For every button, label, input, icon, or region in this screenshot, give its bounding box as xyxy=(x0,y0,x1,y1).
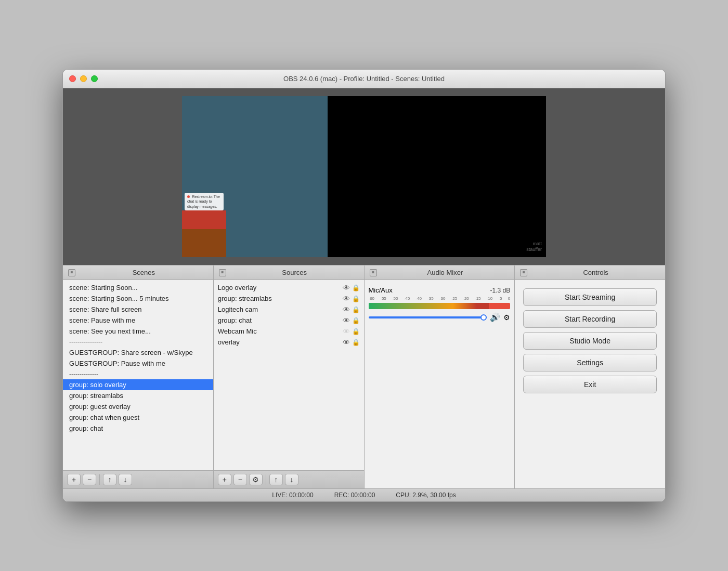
chat-dot-icon xyxy=(187,195,190,198)
panels-container: ≡ Scenes scene: Starting Soon...scene: S… xyxy=(63,265,665,488)
controls-panel-header: ≡ Controls xyxy=(515,265,665,280)
scenes-add-button[interactable]: + xyxy=(67,474,81,485)
source-visibility-icon[interactable]: 👁 xyxy=(343,295,350,302)
preview-area: Restream.io: The chat is ready to displa… xyxy=(63,88,665,265)
scenes-panel-title: Scenes xyxy=(80,269,208,276)
scenes-remove-button[interactable]: − xyxy=(83,474,96,485)
watermark: matt stauffer xyxy=(526,241,542,253)
start-recording-button[interactable]: Start Recording xyxy=(523,310,657,328)
source-name-label: Webcam Mic xyxy=(218,327,343,335)
source-visibility-icon[interactable]: 👁 xyxy=(343,306,350,313)
source-visibility-icon[interactable]: 👁 xyxy=(343,328,350,335)
audio-mixer-content: Mic/Aux -1.3 dB -60 -55 -50 -45 -40 -35 … xyxy=(365,280,515,488)
scenes-list-item[interactable]: scene: See you next time... xyxy=(63,326,213,337)
sources-up-button[interactable]: ↑ xyxy=(269,474,283,485)
close-button[interactable] xyxy=(69,75,76,82)
sources-panel: ≡ Sources Logo overlay👁🔒group: streamlab… xyxy=(214,265,365,488)
source-lock-icon[interactable]: 🔒 xyxy=(352,307,360,313)
maximize-button[interactable] xyxy=(91,75,98,82)
watermark-line2: stauffer xyxy=(526,247,542,253)
obs-window: OBS 24.0.6 (mac) - Profile: Untitled - S… xyxy=(62,69,666,502)
source-name-label: group: streamlabs xyxy=(218,295,343,302)
cpu-status: CPU: 2.9%, 30.00 fps xyxy=(396,492,456,499)
rec-status: REC: 00:00:00 xyxy=(334,492,375,499)
traffic-lights xyxy=(69,75,98,82)
sources-add-button[interactable]: + xyxy=(218,474,231,485)
scenes-list-item[interactable]: scene: Starting Soon... xyxy=(63,282,213,293)
scenes-list-item[interactable]: GUESTGROUP: Pause with me xyxy=(63,358,213,369)
scenes-list-item[interactable]: group: chat when guest xyxy=(63,412,213,423)
title-bar: OBS 24.0.6 (mac) - Profile: Untitled - S… xyxy=(63,70,665,88)
scenes-list-item[interactable]: scene: Pause with me xyxy=(63,315,213,326)
meter-labels: -60 -55 -50 -45 -40 -35 -30 -25 -20 -15 … xyxy=(369,296,511,301)
scenes-list-item[interactable]: group: streamlabs xyxy=(63,390,213,401)
source-name-label: group: chat xyxy=(218,316,343,324)
scenes-list-item[interactable]: group: chat xyxy=(63,423,213,434)
source-lock-icon[interactable]: 🔒 xyxy=(352,339,360,346)
sources-list-item[interactable]: Webcam Mic👁🔒 xyxy=(214,326,364,337)
preview-screen: matt stauffer xyxy=(328,96,546,257)
scenes-list-item[interactable]: GUESTGROUP: Share screen - w/Skype xyxy=(63,347,213,358)
audio-meter-fill xyxy=(369,303,489,309)
sources-list[interactable]: Logo overlay👁🔒group: streamlabs👁🔒Logitec… xyxy=(214,280,364,470)
sources-list-item[interactable]: Logo overlay👁🔒 xyxy=(214,282,364,293)
status-bar: LIVE: 00:00:00 REC: 00:00:00 CPU: 2.9%, … xyxy=(63,488,665,501)
audio-channel-header: Mic/Aux -1.3 dB xyxy=(369,286,511,294)
scenes-down-button[interactable]: ↓ xyxy=(119,474,132,485)
scenes-toolbar: + − ↑ ↓ xyxy=(63,470,213,488)
webcam-overlay xyxy=(182,210,226,257)
webcam-person xyxy=(182,210,226,257)
scenes-panel-icon: ≡ xyxy=(68,269,75,276)
sources-panel-icon: ≡ xyxy=(219,269,226,276)
exit-button[interactable]: Exit xyxy=(523,376,657,393)
sources-list-item[interactable]: Logitech cam👁🔒 xyxy=(214,304,364,315)
source-visibility-icon[interactable]: 👁 xyxy=(343,317,350,324)
preview-left-panel: Restream.io: The chat is ready to displa… xyxy=(182,96,328,257)
watermark-line1: matt xyxy=(526,241,542,247)
sources-list-item[interactable]: group: chat👁🔒 xyxy=(214,315,364,326)
scenes-toolbar-separator xyxy=(99,474,100,485)
scenes-list-item[interactable]: scene: Starting Soon... 5 minutes xyxy=(63,293,213,304)
source-name-label: Logo overlay xyxy=(218,284,343,291)
scenes-list-item[interactable]: scene: Share full screen xyxy=(63,304,213,315)
sources-down-button[interactable]: ↓ xyxy=(285,474,298,485)
scenes-list-item[interactable]: group: guest overlay xyxy=(63,401,213,412)
audio-settings-icon[interactable]: ⚙ xyxy=(503,313,510,322)
sources-settings-button[interactable]: ⚙ xyxy=(249,474,263,485)
start-streaming-button[interactable]: Start Streaming xyxy=(523,288,657,306)
minimize-button[interactable] xyxy=(80,75,87,82)
controls-panel-title: Controls xyxy=(531,269,660,276)
audio-meter-bar xyxy=(369,303,511,309)
source-visibility-icon[interactable]: 👁 xyxy=(343,339,350,346)
source-lock-icon[interactable]: 🔒 xyxy=(352,296,360,302)
window-title: OBS 24.0.6 (mac) - Profile: Untitled - S… xyxy=(283,75,445,83)
sources-list-item[interactable]: group: streamlabs👁🔒 xyxy=(214,293,364,304)
chat-text: Restream.io: The chat is ready to displa… xyxy=(187,195,220,208)
source-lock-icon[interactable]: 🔒 xyxy=(352,285,360,291)
source-lock-icon[interactable]: 🔒 xyxy=(352,328,360,335)
scenes-list[interactable]: scene: Starting Soon...scene: Starting S… xyxy=(63,280,213,470)
chat-overlay: Restream.io: The chat is ready to displa… xyxy=(185,193,224,210)
audio-channel-container: Mic/Aux -1.3 dB -60 -55 -50 -45 -40 -35 … xyxy=(365,282,515,330)
scenes-panel: ≡ Scenes scene: Starting Soon...scene: S… xyxy=(63,265,214,488)
sources-toolbar: + − ⚙ ↑ ↓ xyxy=(214,470,364,488)
volume-thumb xyxy=(480,314,487,321)
sources-panel-title: Sources xyxy=(230,269,359,276)
studio-mode-button[interactable]: Studio Mode xyxy=(523,332,657,350)
source-visibility-icon[interactable]: 👁 xyxy=(343,284,350,291)
scenes-list-item[interactable]: group: solo overlay xyxy=(63,379,213,390)
sources-remove-button[interactable]: − xyxy=(233,474,247,485)
scenes-panel-header: ≡ Scenes xyxy=(63,265,213,280)
scenes-up-button[interactable]: ↑ xyxy=(103,474,116,485)
settings-button[interactable]: Settings xyxy=(523,354,657,371)
sources-panel-header: ≡ Sources xyxy=(214,265,364,280)
controls-panel: ≡ Controls Start Streaming Start Recordi… xyxy=(515,265,665,488)
source-lock-icon[interactable]: 🔒 xyxy=(352,317,360,324)
scenes-separator: -------------- xyxy=(63,369,213,379)
controls-buttons: Start Streaming Start Recording Studio M… xyxy=(515,282,665,400)
sources-list-item[interactable]: overlay👁🔒 xyxy=(214,337,364,348)
volume-slider[interactable] xyxy=(369,316,487,318)
controls-panel-icon: ≡ xyxy=(520,269,527,276)
mute-icon[interactable]: 🔊 xyxy=(490,312,500,322)
audio-mixer-panel-title: Audio Mixer xyxy=(381,269,510,276)
